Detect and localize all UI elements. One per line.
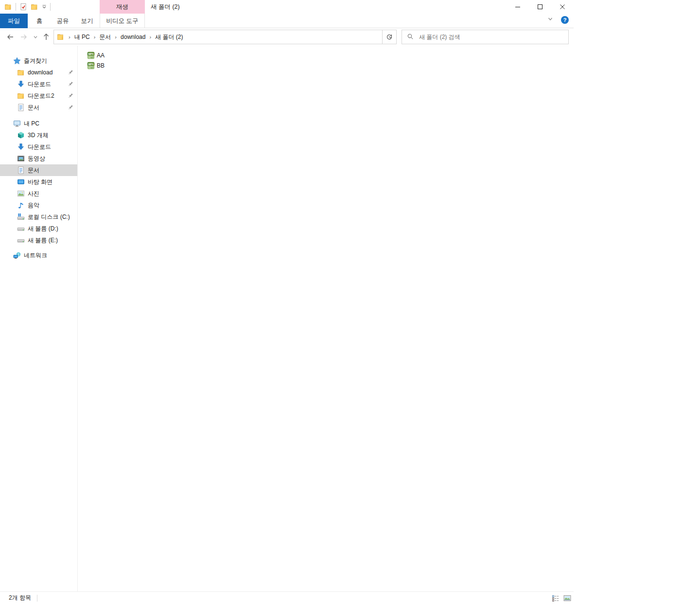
sidebar-item[interactable]: 바탕 화면 [0,176,77,188]
sidebar-item[interactable]: 다운로드 [0,141,77,153]
search-box [402,30,569,44]
film-icon [17,155,25,162]
sidebar-item-label: 새 볼륨 (D:) [28,225,58,233]
sidebar-item-label: 로컬 디스크 (C:) [28,213,70,221]
close-button[interactable] [551,0,574,14]
folder-icon [17,69,25,76]
sidebar-item-label: 내 PC [24,120,39,128]
sidebar-item[interactable]: 즐겨찾기 [0,55,77,67]
back-arrow-icon [6,33,14,41]
sidebar-item[interactable]: 사진 [0,188,77,199]
breadcrumb-item[interactable]: download [121,34,145,40]
contextual-tab-play[interactable]: 재생 [100,0,145,14]
ribbon-tab-2[interactable]: 공유 [51,14,74,28]
ribbon-tab-label: 홈 [36,17,43,25]
back-button[interactable] [5,28,16,46]
sidebar-item-label: 다운로드 [28,80,51,89]
sidebar-item[interactable]: 동영상 [0,153,77,164]
cube-3d-icon [17,131,25,139]
new-folder-button[interactable] [31,3,38,11]
sidebar-item-label: download [28,69,52,76]
minimize-button[interactable] [507,0,529,14]
breadcrumb-separator: › [111,34,121,40]
chevron-down-icon [42,4,47,9]
sidebar-item[interactable]: 새 볼륨 (D:) [0,223,77,234]
maximize-button[interactable] [529,0,551,14]
window-title: 새 폴더 (2) [151,0,180,14]
file-item[interactable]: MP4BB [87,60,107,71]
download-arrow-icon [17,80,25,88]
ribbon-collapse-button[interactable] [547,16,555,24]
up-arrow-icon [42,33,50,41]
sidebar-item-label: 동영상 [28,155,45,163]
ribbon-tab-row: 파일홈공유보기비디오 도구 [0,14,574,28]
sidebar-item[interactable]: 3D 개체 [0,129,77,141]
sidebar-item[interactable]: 문서 [0,102,77,113]
sidebar-section: 내 PC3D 개체다운로드동영상문서바탕 화면사진음악로컬 디스크 (C:)새 … [0,118,77,246]
toolbar-divider [50,3,51,11]
explorer-folder-button[interactable] [4,3,12,11]
pin-icon [68,70,73,75]
ribbon-tab-label: 공유 [57,17,69,25]
refresh-icon [386,34,393,40]
sidebar-item[interactable]: 다운로드2 [0,90,77,102]
file-name: AA [97,52,105,59]
mp4-file-icon: MP4 [87,52,95,59]
search-icon [407,33,415,41]
sidebar-item[interactable]: download [0,67,77,78]
navigation-bar: ›내 PC›문서›download›새 폴더 (2) [0,28,574,46]
navigation-pane: 즐겨찾기download다운로드다운로드2문서내 PC3D 개체다운로드동영상문… [0,46,78,591]
music-note-icon [17,201,25,209]
search-input[interactable] [419,34,568,40]
file-item[interactable]: MP4AA [87,50,107,60]
ribbon-tab-label: 보기 [81,17,93,25]
sidebar-item[interactable]: 내 PC [0,118,77,129]
sidebar-item-label: 문서 [28,166,39,175]
properties-check-icon [19,3,27,11]
forward-button[interactable] [18,28,29,46]
refresh-button[interactable] [382,30,396,44]
properties-check-button[interactable] [19,3,27,11]
sidebar-section: 즐겨찾기download다운로드다운로드2문서 [0,55,77,113]
qat-customize-button[interactable] [42,4,47,9]
breadcrumb-item[interactable]: 문서 [99,33,111,41]
sidebar-item[interactable]: 문서 [0,164,77,176]
drive-windows-icon [17,213,25,221]
ribbon-tab-file[interactable]: 파일 [0,14,28,28]
sidebar-item[interactable]: 다운로드 [0,78,77,90]
sidebar-item[interactable]: 새 볼륨 (E:) [0,234,77,246]
svg-text:MP4: MP4 [88,52,94,55]
recent-locations-button[interactable] [31,28,40,46]
help-button[interactable]: ? [561,16,569,24]
sidebar-item[interactable]: 로컬 디스크 (C:) [0,211,77,223]
monitor-pc-icon [13,120,21,127]
drive-icon [17,236,25,244]
download-arrow-icon [17,143,25,151]
sidebar-section: 네트워크 [0,249,77,261]
document-icon [17,104,25,111]
breadcrumb-separator: › [65,34,74,40]
sidebar-item[interactable]: 네트워크 [0,249,77,261]
breadcrumb-item[interactable]: 내 PC [74,33,90,41]
file-list: MP4AAMP4BB [78,46,574,591]
sidebar-item-label: 다운로드 [28,143,51,151]
view-toggle-buttons [551,592,571,604]
ribbon-tab-1[interactable]: 홈 [28,14,51,28]
drive-icon [17,225,25,232]
ribbon-tab-4[interactable]: 비디오 도구 [100,14,145,28]
view-details-button[interactable] [551,594,560,603]
pictures-icon [17,190,25,197]
sidebar-item[interactable]: 음악 [0,199,77,211]
pin-icon [68,105,73,110]
breadcrumb-item[interactable]: 새 폴더 (2) [155,33,183,41]
address-bar[interactable]: ›내 PC›문서›download›새 폴더 (2) [53,30,397,44]
svg-text:MP4: MP4 [88,62,94,65]
breadcrumb-separator: › [145,34,155,40]
quick-access-star-icon [13,57,21,65]
new-folder-icon [31,3,38,11]
view-thumbnails-button[interactable] [563,594,571,603]
folder-icon [17,92,25,100]
quick-access-toolbar [4,0,51,14]
ribbon-tab-3[interactable]: 보기 [74,14,100,28]
up-button[interactable] [41,28,52,46]
